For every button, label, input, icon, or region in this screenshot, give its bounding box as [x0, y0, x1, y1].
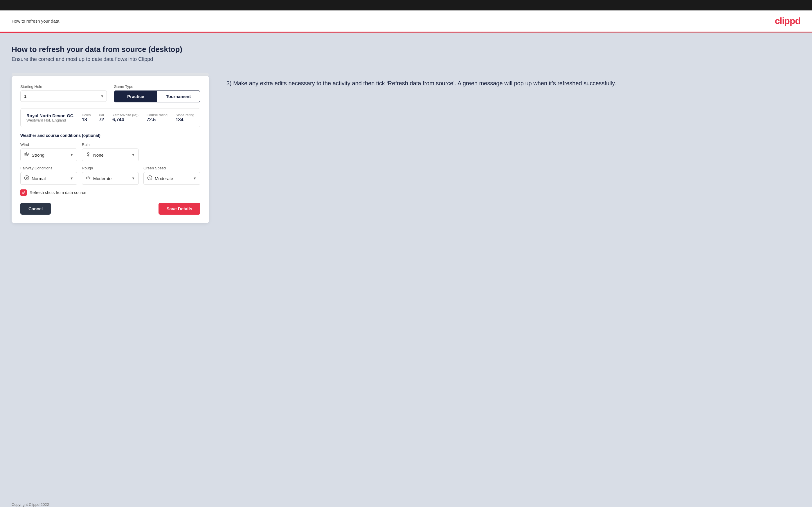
- refresh-checkbox[interactable]: [20, 189, 27, 196]
- slope-rating-value: 134: [175, 117, 184, 122]
- yards-stat: Yards/White (M)) 6,744: [112, 113, 139, 122]
- svg-point-1: [25, 176, 29, 180]
- conditions-section-label: Weather and course conditions (optional): [20, 133, 200, 138]
- rough-select[interactable]: Moderate ▼: [82, 172, 139, 185]
- svg-point-0: [87, 153, 89, 154]
- fairway-rough-green-row: Fairway Conditions Normal ▼ Rough: [20, 166, 200, 185]
- main-content: How to refresh your data from source (de…: [0, 33, 812, 497]
- description-block: 3) Make any extra edits necessary to the…: [226, 73, 800, 88]
- green-speed-select[interactable]: Moderate ▼: [143, 172, 200, 185]
- buttons-row: Cancel Save Details: [20, 203, 200, 215]
- wind-arrow-icon: ▼: [70, 153, 73, 157]
- content-row: Starting Hole 1 ▼ Game Type Practice T: [12, 73, 800, 223]
- rain-value: None: [93, 153, 129, 158]
- starting-hole-row: Starting Hole 1 ▼ Game Type Practice T: [20, 84, 200, 102]
- form-area: Starting Hole 1 ▼ Game Type Practice T: [12, 73, 209, 223]
- rough-label: Rough: [82, 166, 139, 170]
- holes-value: 18: [82, 117, 87, 122]
- par-value: 72: [99, 117, 104, 122]
- footer: Copyright Clippd 2022: [0, 497, 812, 507]
- slope-rating-label: Slope rating: [175, 113, 194, 117]
- header-title: How to refresh your data: [12, 18, 59, 23]
- rough-arrow-icon: ▼: [132, 176, 135, 180]
- wind-icon: [24, 152, 29, 158]
- fairway-icon: [24, 175, 29, 181]
- rough-value: Moderate: [93, 176, 129, 181]
- starting-hole-group: Starting Hole 1 ▼: [20, 84, 107, 102]
- page-subheading: Ensure the correct and most up to date d…: [12, 56, 800, 62]
- practice-button[interactable]: Practice: [114, 91, 157, 102]
- green-speed-icon: [147, 175, 152, 181]
- wind-label: Wind: [20, 143, 77, 147]
- fairway-select[interactable]: Normal ▼: [20, 172, 77, 185]
- partial-card-above: [12, 73, 209, 76]
- wind-select[interactable]: Strong ▼: [20, 149, 77, 161]
- starting-hole-label: Starting Hole: [20, 84, 107, 89]
- game-type-toggle: Practice Tournament: [114, 91, 200, 102]
- course-location: Westward Ho!, England: [27, 118, 76, 122]
- course-name-block: Royal North Devon GC, Westward Ho!, Engl…: [27, 113, 76, 122]
- course-name: Royal North Devon GC,: [27, 113, 76, 118]
- fairway-value: Normal: [32, 176, 68, 181]
- game-type-label: Game Type: [114, 84, 200, 89]
- course-rating-value: 72.5: [147, 117, 156, 122]
- header: How to refresh your data clippd: [0, 10, 812, 33]
- page-heading: How to refresh your data from source (de…: [12, 45, 800, 54]
- slope-rating-stat: Slope rating 134: [175, 113, 194, 122]
- yards-label: Yards/White (M)): [112, 113, 139, 117]
- green-speed-value: Moderate: [155, 176, 191, 181]
- save-button[interactable]: Save Details: [158, 203, 200, 215]
- green-speed-label: Green Speed: [143, 166, 200, 170]
- fairway-group: Fairway Conditions Normal ▼: [20, 166, 77, 185]
- wind-group: Wind Strong ▼: [20, 143, 77, 161]
- wind-rain-row: Wind Strong ▼ Rain: [20, 143, 200, 161]
- rough-icon: [86, 175, 91, 181]
- green-speed-arrow-icon: ▼: [193, 176, 197, 180]
- holes-label: Holes: [82, 113, 91, 117]
- green-speed-group: Green Speed Moderate ▼: [143, 166, 200, 185]
- rain-arrow-icon: ▼: [132, 153, 135, 157]
- rough-group: Rough Moderate ▼: [82, 166, 139, 185]
- course-stats: Holes 18 Par 72 Yards/White (M)) 6,744: [82, 113, 194, 122]
- svg-point-2: [26, 177, 28, 179]
- yards-value: 6,744: [112, 117, 124, 122]
- form-card: Starting Hole 1 ▼ Game Type Practice T: [12, 76, 209, 223]
- par-label: Par: [99, 113, 104, 117]
- fairway-label: Fairway Conditions: [20, 166, 77, 170]
- cancel-button[interactable]: Cancel: [20, 203, 51, 215]
- rain-icon: [86, 152, 91, 158]
- starting-hole-wrapper: 1 ▼: [20, 91, 107, 102]
- description-text: 3) Make any extra edits necessary to the…: [226, 78, 800, 88]
- par-stat: Par 72: [99, 113, 104, 122]
- holes-stat: Holes 18: [82, 113, 91, 122]
- logo: clippd: [775, 16, 800, 26]
- course-rating-stat: Course rating 72.5: [147, 113, 167, 122]
- refresh-checkbox-row: Refresh shots from data source: [20, 189, 200, 196]
- course-info-box: Royal North Devon GC, Westward Ho!, Engl…: [20, 108, 200, 127]
- rain-label: Rain: [82, 143, 139, 147]
- refresh-checkbox-label: Refresh shots from data source: [30, 190, 86, 195]
- top-bar: [0, 0, 812, 10]
- footer-copyright: Copyright Clippd 2022: [12, 502, 49, 507]
- starting-hole-select[interactable]: 1: [20, 91, 107, 102]
- rain-select[interactable]: None ▼: [82, 149, 139, 161]
- fairway-arrow-icon: ▼: [70, 176, 73, 180]
- game-type-group: Game Type Practice Tournament: [114, 84, 200, 102]
- tournament-button[interactable]: Tournament: [157, 91, 200, 102]
- wind-value: Strong: [32, 153, 68, 158]
- rain-group: Rain None ▼: [82, 143, 139, 161]
- course-rating-label: Course rating: [147, 113, 167, 117]
